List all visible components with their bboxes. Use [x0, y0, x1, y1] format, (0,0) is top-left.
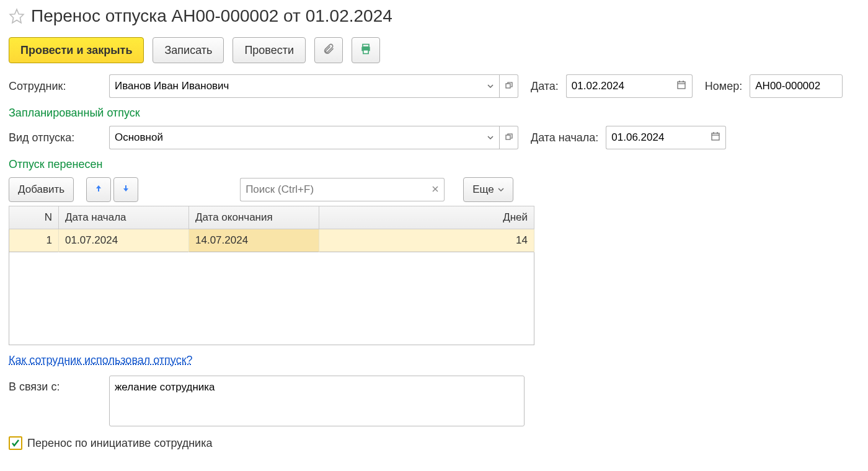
- vacation-type-dropdown-button[interactable]: [481, 126, 500, 149]
- chevron-down-icon: [487, 80, 494, 92]
- open-icon: [505, 131, 513, 144]
- calendar-icon: [711, 131, 720, 144]
- planned-section-label: Запланированный отпуск: [9, 107, 859, 120]
- chevron-down-icon: [498, 183, 504, 196]
- favorite-star-icon[interactable]: [9, 8, 25, 24]
- table-search-input[interactable]: [240, 178, 426, 201]
- command-toolbar: Провести и закрыть Записать Провести: [9, 37, 859, 63]
- start-date-field-group: [606, 126, 726, 149]
- page-title: Перенос отпуска АН00-000002 от 01.02.202…: [31, 6, 392, 26]
- table-empty-area[interactable]: [9, 252, 534, 345]
- date-calendar-button[interactable]: [671, 74, 693, 98]
- reason-field[interactable]: [109, 376, 525, 426]
- chevron-down-icon: [487, 131, 494, 144]
- arrow-down-icon: [121, 183, 131, 196]
- vacation-usage-link[interactable]: Как сотрудник использовал отпуск?: [9, 354, 193, 367]
- close-icon: [432, 183, 439, 196]
- start-date-label: Дата начала:: [531, 131, 598, 144]
- table-search-clear-button[interactable]: [426, 178, 445, 201]
- employee-dropdown-button[interactable]: [481, 74, 500, 98]
- add-row-button[interactable]: Добавить: [9, 177, 74, 202]
- print-button[interactable]: [352, 37, 380, 63]
- calendar-icon: [676, 80, 686, 93]
- table-row[interactable]: 1 01.07.2024 14.07.2024 14: [9, 229, 534, 252]
- save-button[interactable]: Записать: [153, 37, 224, 63]
- move-down-button[interactable]: [113, 177, 138, 202]
- employee-open-button[interactable]: [500, 74, 518, 98]
- start-date-field[interactable]: [606, 126, 705, 149]
- svg-rect-5: [678, 82, 685, 89]
- reason-label: В связи с:: [9, 376, 102, 394]
- employee-initiative-label: Перенос по инициативе сотрудника: [27, 437, 212, 450]
- date-field[interactable]: [566, 74, 671, 98]
- svg-rect-1: [363, 44, 369, 46]
- printer-icon: [360, 43, 372, 58]
- open-icon: [505, 80, 513, 92]
- attach-button[interactable]: [314, 37, 343, 63]
- employee-initiative-checkbox[interactable]: [9, 436, 22, 450]
- date-field-group: [566, 74, 693, 98]
- svg-rect-10: [712, 133, 719, 140]
- paperclip-icon: [322, 43, 335, 58]
- number-field[interactable]: [750, 74, 843, 98]
- svg-rect-9: [506, 135, 510, 139]
- vacation-type-open-button[interactable]: [500, 126, 518, 149]
- arrow-up-icon: [94, 183, 104, 196]
- svg-rect-4: [506, 84, 510, 88]
- post-and-close-button[interactable]: Провести и закрыть: [9, 37, 144, 63]
- date-label: Дата:: [531, 80, 559, 93]
- vacation-type-field[interactable]: [109, 126, 481, 149]
- cell-start[interactable]: 01.07.2024: [59, 229, 189, 252]
- col-header-days[interactable]: Дней: [319, 206, 534, 229]
- employee-label: Сотрудник:: [9, 80, 102, 93]
- vacation-type-label: Вид отпуска:: [9, 131, 102, 144]
- svg-marker-0: [10, 9, 24, 23]
- start-date-calendar-button[interactable]: [705, 126, 726, 149]
- col-header-n[interactable]: N: [9, 206, 59, 229]
- post-button[interactable]: Провести: [232, 37, 306, 63]
- cell-end[interactable]: 14.07.2024: [189, 229, 319, 252]
- cell-days[interactable]: 14: [319, 229, 534, 252]
- more-button[interactable]: Еще: [463, 177, 513, 202]
- employee-field-group: [109, 74, 518, 98]
- move-up-button[interactable]: [86, 177, 111, 202]
- periods-table: N Дата начала Дата окончания Дней 1 01.0…: [9, 206, 534, 252]
- number-label: Номер:: [705, 80, 742, 93]
- moved-section-label: Отпуск перенесен: [9, 158, 859, 171]
- col-header-start[interactable]: Дата начала: [59, 206, 189, 229]
- cell-n[interactable]: 1: [9, 229, 59, 252]
- vacation-type-field-group: [109, 126, 518, 149]
- col-header-end[interactable]: Дата окончания: [189, 206, 319, 229]
- employee-field[interactable]: [109, 74, 481, 98]
- svg-rect-3: [363, 50, 368, 53]
